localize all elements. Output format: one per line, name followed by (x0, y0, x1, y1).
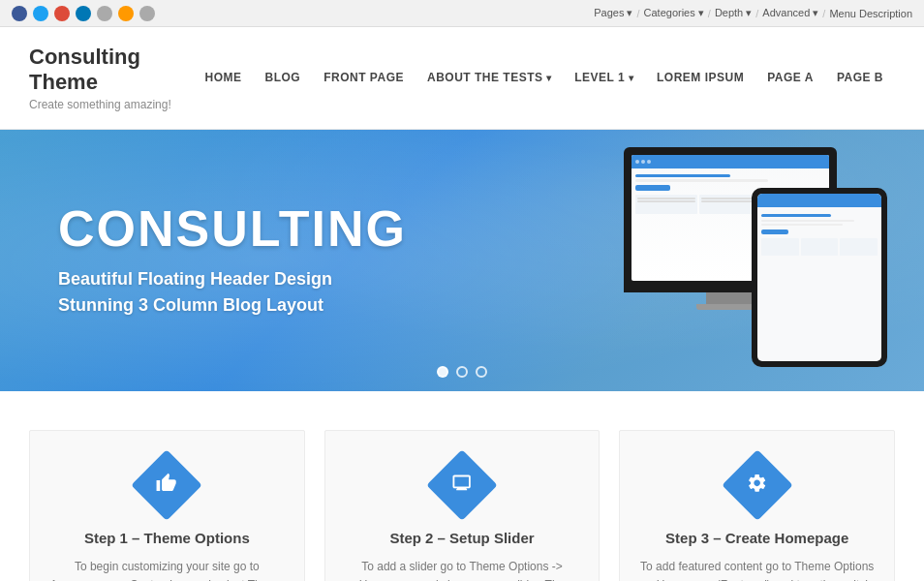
twitter-icon[interactable] (33, 6, 48, 21)
tablet-screen (757, 194, 881, 361)
feature-title-1: Step 1 – Theme Options (49, 530, 285, 546)
settings-icon (747, 472, 768, 498)
nav-front-page[interactable]: FRONT PAGE (312, 65, 416, 90)
feature-card-1: Step 1 – Theme Options To begin customiz… (29, 430, 305, 581)
hero-subtitle-line1: Beautiful Floating Header Design (58, 266, 407, 292)
hero-text: CONSULTING Beautiful Floating Header Des… (58, 201, 407, 319)
tablet-screen-inner (757, 194, 881, 361)
nav-lorem-ipsum[interactable]: LOREM IPSUM (645, 65, 755, 90)
nav-blog[interactable]: BLOG (254, 65, 313, 90)
nav-about-tests[interactable]: ABOUT THE TESTS (416, 65, 563, 90)
feature-text-1: To begin customizing your site go to App… (49, 558, 285, 581)
menu-description[interactable]: Menu Description (829, 8, 912, 19)
categories-menu[interactable]: Categories ▾ (644, 7, 704, 19)
advanced-menu[interactable]: Advanced ▾ (762, 7, 818, 19)
hero-subtitle: Beautiful Floating Header Design Stunnin… (58, 266, 407, 319)
google-icon[interactable] (54, 6, 70, 21)
features-section: Step 1 – Theme Options To begin customiz… (0, 391, 924, 581)
screen-button (635, 185, 670, 191)
feature-text-2: To add a slider go to Theme Options -> H… (345, 558, 580, 581)
screen-dot-2 (641, 160, 645, 164)
site-tagline: Create something amazing! (29, 98, 194, 111)
pages-menu[interactable]: Pages ▾ (594, 7, 632, 19)
facebook-icon[interactable] (12, 6, 27, 21)
feature-icon-2 (426, 449, 498, 521)
feature-title-3: Step 3 – Create Homepage (639, 530, 875, 546)
depth-menu[interactable]: Depth ▾ (715, 7, 752, 19)
tablet-mockup (752, 188, 887, 367)
slider-dot-2[interactable] (456, 366, 468, 378)
feature-icon-3 (722, 449, 793, 521)
main-nav: HOME BLOG FRONT PAGE ABOUT THE TESTS LEV… (194, 65, 895, 90)
admin-bar-nav: Pages ▾ / Categories ▾ / Depth ▾ / Advan… (594, 7, 912, 19)
linkedin-icon[interactable] (76, 6, 91, 21)
tablet-top-bar (757, 194, 881, 207)
rss-icon[interactable] (118, 6, 134, 21)
nav-page-a[interactable]: PAGE A (755, 65, 825, 90)
site-title: Consulting Theme (29, 45, 194, 96)
feature-card-3: Step 3 – Create Homepage To add featured… (619, 430, 895, 581)
admin-bar-social-icons (12, 6, 155, 21)
tablet-body (752, 188, 887, 367)
screen-headline (635, 174, 730, 177)
nav-home[interactable]: HOME (194, 65, 254, 90)
slider-dot-3[interactable] (476, 366, 487, 378)
hero-subtitle-line2: Stunning 3 Column Blog Layout (58, 292, 407, 319)
site-logo[interactable]: Consulting Theme Create something amazin… (29, 45, 194, 111)
email-icon[interactable] (97, 6, 112, 21)
slider-dot-1[interactable] (437, 366, 448, 378)
feature-title-2: Step 2 – Setup Slider (345, 530, 580, 546)
admin-bar: Pages ▾ / Categories ▾ / Depth ▾ / Advan… (0, 0, 924, 27)
slider-dots (437, 366, 487, 378)
hero-slider: CONSULTING Beautiful Floating Header Des… (0, 130, 924, 391)
feature-card-2: Step 2 – Setup Slider To add a slider go… (324, 430, 601, 581)
monitor-stand (706, 292, 755, 304)
monitor-icon (451, 472, 473, 498)
nav-level1[interactable]: LEVEL 1 (563, 65, 645, 90)
hero-title: CONSULTING (58, 201, 407, 257)
tablet-content (757, 207, 881, 260)
screen-col-1 (635, 195, 697, 214)
feed-icon[interactable] (139, 6, 155, 21)
thumbs-up-icon (156, 472, 177, 498)
screen-dot-3 (647, 160, 651, 164)
nav-page-b[interactable]: PAGE B (825, 65, 895, 90)
screen-top-bar (631, 155, 829, 168)
site-header: Consulting Theme Create something amazin… (0, 27, 924, 130)
screen-subline (635, 179, 768, 182)
feature-text-3: To add featured content go to Theme Opti… (639, 558, 875, 581)
feature-icon-1 (132, 449, 203, 521)
screen-dot-1 (635, 160, 639, 164)
